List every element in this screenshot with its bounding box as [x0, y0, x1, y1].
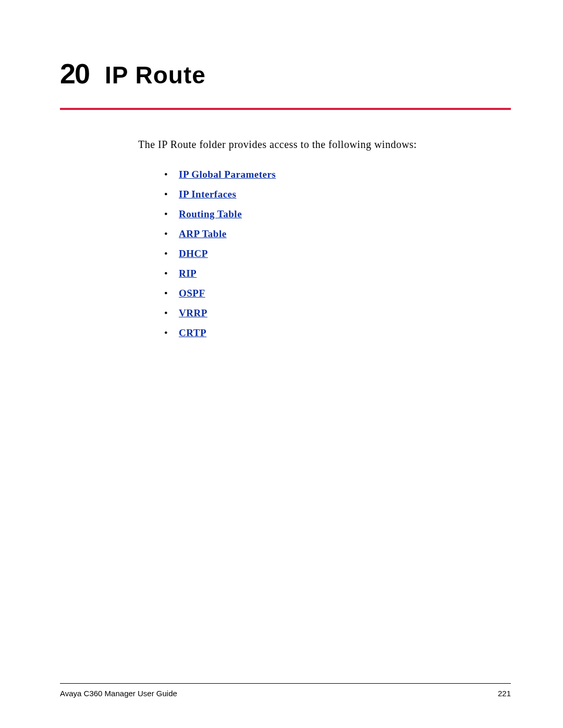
list-item: •VRRP [164, 307, 511, 319]
page-container: 20 IP Route The IP Route folder provides… [0, 0, 563, 728]
list-item: •OSPF [164, 288, 511, 299]
list-item: •IP Interfaces [164, 189, 511, 200]
bullet-icon: • [164, 307, 179, 319]
bullet-icon: • [164, 327, 179, 339]
link-dhcp[interactable]: DHCP [179, 248, 208, 259]
link-ip-interfaces[interactable]: IP Interfaces [179, 189, 236, 200]
link-crtp[interactable]: CRTP [179, 327, 206, 338]
bullet-icon: • [164, 169, 179, 180]
list-item: •Routing Table [164, 208, 511, 220]
bullet-icon: • [164, 189, 179, 200]
list-item: •ARP Table [164, 228, 511, 240]
bullet-icon: • [164, 268, 179, 279]
chapter-number: 20 [60, 57, 89, 90]
intro-text: The IP Route folder provides access to t… [138, 139, 511, 151]
link-vrrp[interactable]: VRRP [179, 307, 207, 318]
list-item: •CRTP [164, 327, 511, 339]
chapter-header: 20 IP Route [60, 57, 511, 110]
link-arp-table[interactable]: ARP Table [179, 228, 227, 239]
list-item: •RIP [164, 268, 511, 279]
bullet-icon: • [164, 288, 179, 299]
bullet-icon: • [164, 228, 179, 240]
link-ip-global-parameters[interactable]: IP Global Parameters [179, 169, 276, 180]
link-list: •IP Global Parameters •IP Interfaces •Ro… [164, 169, 511, 339]
footer-page-number: 221 [498, 689, 511, 698]
footer-rule [60, 683, 511, 684]
list-item: •IP Global Parameters [164, 169, 511, 180]
page-footer: Avaya C360 Manager User Guide 221 [60, 683, 511, 698]
link-routing-table[interactable]: Routing Table [179, 208, 242, 219]
link-ospf[interactable]: OSPF [179, 288, 205, 299]
footer-doc-title: Avaya C360 Manager User Guide [60, 689, 177, 698]
bullet-icon: • [164, 248, 179, 260]
chapter-title: IP Route [105, 61, 206, 89]
bullet-icon: • [164, 208, 179, 220]
footer-line: Avaya C360 Manager User Guide 221 [60, 689, 511, 698]
link-rip[interactable]: RIP [179, 268, 197, 279]
list-item: •DHCP [164, 248, 511, 260]
